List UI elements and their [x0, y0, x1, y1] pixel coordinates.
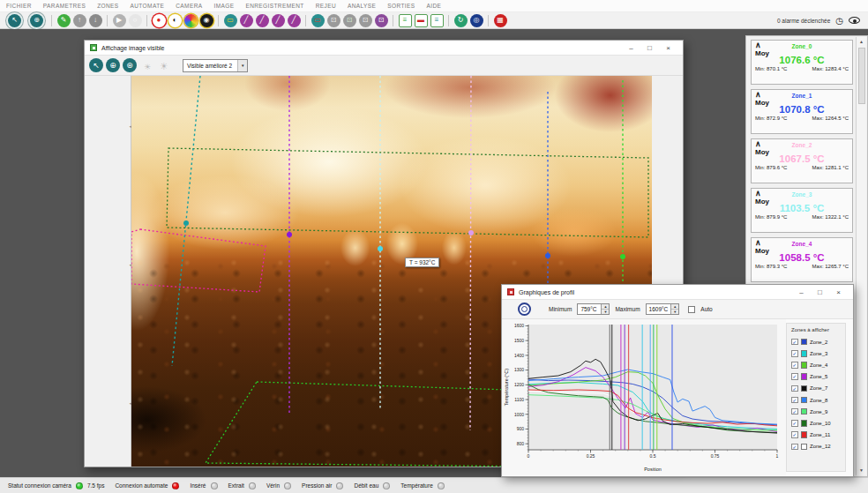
zone-card-zone_0[interactable]: ∧Zone_0Moy1076.6 °CMin: 870.1 °CMax: 128…: [751, 40, 853, 85]
report-view-button[interactable]: ≡: [430, 14, 444, 27]
alarm-eye-icon[interactable]: [849, 17, 860, 24]
zone-line-pink[interactable]: [470, 76, 471, 430]
minimize-button[interactable]: –: [792, 286, 811, 298]
legend-checkbox[interactable]: ✓: [791, 444, 798, 451]
legend-checkbox[interactable]: ✓: [791, 362, 798, 369]
spin-down-icon[interactable]: ▼: [602, 310, 609, 314]
roi-rect-tool[interactable]: ▭: [311, 14, 325, 27]
menu-item-rejeu[interactable]: REJEU: [316, 3, 336, 9]
export-chart-button[interactable]: [518, 303, 531, 316]
image-window-title: Affichage image visible: [101, 45, 164, 51]
toolbar-icons: ↖⊕✎↑↓▶○●◐◉▭╱╱╱╱▭⊡⊡⊡⊡≡▬≡↻◎▦: [4, 14, 508, 27]
alarm-grid-button[interactable]: ▦: [494, 14, 507, 27]
collapse-chevron-icon[interactable]: ∧: [755, 189, 761, 198]
minimum-value: 759°C: [578, 304, 601, 314]
sidebar-scrollbar[interactable]: ▲ ▼: [856, 37, 866, 475]
menu-item-zones[interactable]: ZONES: [97, 3, 118, 9]
profile-line-tool[interactable]: ╱: [256, 14, 269, 27]
zone-minmax: Min: 870.1 °CMax: 1283.4 °C: [755, 66, 849, 71]
zone-card-zone_2[interactable]: ∧Zone_2Moy1067.5 °CMin: 879.6 °CMax: 128…: [751, 138, 853, 183]
scrollbar-thumb[interactable]: [858, 48, 865, 104]
draw-zone-tool[interactable]: ✎: [57, 14, 71, 27]
zone-line-purple-handle[interactable]: [287, 232, 292, 237]
zone-card-zone_3[interactable]: ∧Zone_3Moy1103.5 °CMin: 879.9 °CMax: 132…: [751, 188, 853, 233]
scroll-down-icon[interactable]: ▼: [857, 466, 866, 475]
minimum-spinner[interactable]: 759°C ▲▼: [577, 303, 610, 315]
auto-checkbox[interactable]: [688, 306, 695, 313]
close-button[interactable]: ×: [659, 41, 677, 54]
menu-item-enregistrement[interactable]: ENREGISTREMENT: [245, 3, 303, 9]
spin-down-icon[interactable]: ▼: [671, 310, 678, 314]
legend-checkbox[interactable]: ✓: [791, 339, 798, 346]
svg-text:Température (°C): Température (°C): [504, 369, 509, 406]
legend-checkbox[interactable]: ✓: [791, 397, 798, 404]
menu-item-aide[interactable]: AIDE: [427, 3, 442, 9]
display-mode-select[interactable]: Visible amélioré 2 ▼: [183, 59, 248, 72]
select-tool[interactable]: ↖: [8, 14, 21, 27]
cylinder-status-label: Vérin: [266, 482, 280, 489]
zone-card-zone_4[interactable]: ∧Zone_4Moy1058.5 °CMin: 879.3 °CMax: 126…: [751, 237, 853, 282]
svg-text:1400: 1400: [514, 353, 524, 358]
profile-window-titlebar[interactable]: Graphiques de profil – □ ×: [502, 285, 853, 300]
zone-line-teal-handle[interactable]: [183, 220, 189, 226]
collapse-chevron-icon[interactable]: ∧: [755, 238, 761, 247]
profile-line-add-tool[interactable]: ╱: [240, 14, 253, 27]
zone-min-value: Min: 879.9 °C: [755, 214, 787, 220]
visibility-tool[interactable]: ◉: [200, 14, 213, 27]
record-button[interactable]: ●: [153, 14, 166, 27]
profile-line-edit-tool[interactable]: ╱: [272, 14, 285, 27]
menu-item-parametres[interactable]: PARAMETRES: [43, 3, 86, 9]
camera-4-button[interactable]: ⊡: [375, 14, 388, 27]
profile-line-delete-tool[interactable]: ╱: [288, 14, 301, 27]
report-button[interactable]: ≡: [399, 14, 412, 27]
menu-item-image[interactable]: IMAGE: [213, 3, 234, 9]
legend-checkbox[interactable]: ✓: [791, 408, 798, 415]
svg-text:0.5: 0.5: [650, 453, 656, 459]
inserted-status-led-icon: [211, 482, 218, 489]
menu-item-automate[interactable]: AUTOMATE: [131, 3, 165, 9]
export-zones-button: ↓: [89, 14, 102, 27]
maximize-button[interactable]: □: [640, 41, 659, 54]
zone-card-zone_1[interactable]: ∧Zone_1Moy1070.8 °CMin: 872.9 °CMax: 126…: [751, 89, 853, 134]
menu-item-sorties[interactable]: SORTIES: [387, 3, 415, 9]
sync-button[interactable]: ↻: [454, 14, 468, 27]
legend-checkbox[interactable]: ✓: [791, 420, 798, 427]
collapse-chevron-icon[interactable]: ∧: [755, 90, 761, 99]
zone-rect-tool[interactable]: ▭: [224, 14, 237, 27]
maximize-button[interactable]: □: [811, 286, 829, 298]
legend-checkbox[interactable]: ✓: [791, 431, 798, 438]
scroll-up-icon[interactable]: ▲: [857, 37, 866, 47]
alarm-history-icon[interactable]: ◷: [835, 16, 843, 26]
contrast-tool[interactable]: ◐: [168, 14, 182, 27]
menu-item-analyse[interactable]: ANALYSE: [348, 3, 376, 9]
collapse-chevron-icon[interactable]: ∧: [755, 139, 761, 148]
palette-tool[interactable]: [184, 14, 198, 27]
report-record-button[interactable]: ▬: [415, 14, 428, 27]
target-button[interactable]: ◎: [470, 14, 483, 27]
chevron-down-icon[interactable]: ▼: [237, 60, 247, 71]
legend-checkbox[interactable]: ✓: [791, 385, 798, 392]
zone-min-value: Min: 879.6 °C: [755, 165, 787, 170]
profile-window-icon: [507, 288, 514, 295]
legend-checkbox[interactable]: ✓: [791, 350, 798, 357]
image-window-titlebar[interactable]: Affichage image visible – □ ×: [85, 41, 683, 56]
zoom-in-tool[interactable]: ⊕: [106, 58, 120, 72]
menu-item-camera[interactable]: CAMERA: [176, 3, 202, 9]
menu-item-fichier[interactable]: FICHIER: [6, 3, 32, 9]
legend-checkbox[interactable]: ✓: [791, 373, 798, 380]
minimize-button[interactable]: –: [622, 41, 640, 54]
zone-box-green[interactable]: [167, 148, 648, 237]
zone-line-pink-handle[interactable]: [468, 230, 474, 235]
zone-line-bright-green-handle[interactable]: [620, 254, 625, 259]
collapse-chevron-icon[interactable]: ∧: [755, 41, 761, 49]
brightness-down-icon[interactable]: ☀: [144, 63, 151, 71]
zone-line-cyan-handle[interactable]: [378, 246, 383, 251]
zoom-reset-tool[interactable]: ⊛: [123, 58, 137, 72]
zone-box-magenta[interactable]: [131, 229, 266, 292]
select-tool[interactable]: ↖: [89, 58, 103, 72]
zoom-tool[interactable]: ⊕: [30, 14, 43, 27]
zone-line-blue-handle[interactable]: [545, 253, 550, 258]
maximum-spinner[interactable]: 1609°C ▲▼: [646, 303, 680, 315]
close-button[interactable]: ×: [829, 286, 848, 298]
brightness-up-icon[interactable]: ☀: [160, 61, 168, 71]
